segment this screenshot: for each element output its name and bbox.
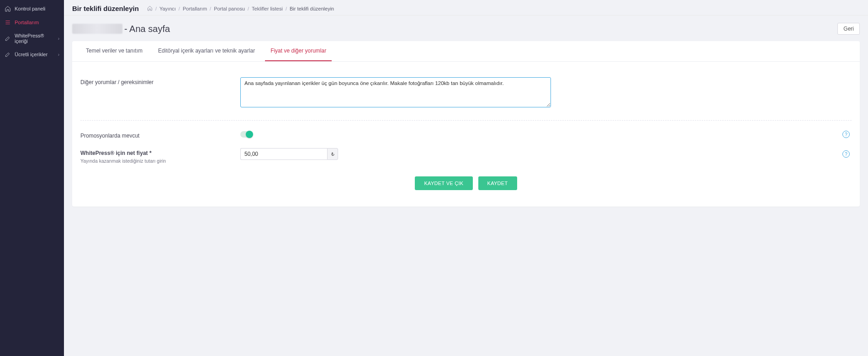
help-icon[interactable]: ? (842, 150, 850, 158)
breadcrumb-link[interactable]: Teklifler listesi (252, 6, 283, 11)
currency-suffix: ₺ (327, 148, 338, 160)
tabs: Temel veriler ve tanıtım Editöryal içeri… (72, 41, 860, 62)
form-panel: Temel veriler ve tanıtım Editöryal içeri… (72, 41, 860, 207)
divider (80, 120, 852, 121)
sidebar-item-label: WhitePress® içeriği (15, 33, 54, 44)
sidebar: Kontrol paneli Portallarım WhitePress® i… (0, 0, 64, 356)
promo-toggle[interactable] (240, 131, 252, 138)
breadcrumb: / Yayıncı / Portallarım / Portal panosu … (147, 5, 334, 12)
home-icon[interactable] (147, 5, 153, 12)
chevron-right-icon: › (58, 52, 59, 57)
comments-label: Diğer yorumlar / gereksinimler (80, 77, 240, 85)
sidebar-item-label: Ücretli içerikler (15, 52, 48, 57)
edit-icon (5, 51, 11, 58)
topbar: Bir teklifi düzenleyin / Yayıncı / Porta… (64, 0, 868, 16)
sidebar-item-dashboard[interactable]: Kontrol paneli (0, 2, 64, 16)
sidebar-item-portals[interactable]: Portallarım (0, 16, 64, 29)
breadcrumb-link[interactable]: Yayıncı (159, 6, 176, 11)
page-title: Bir teklifi düzenleyin (72, 5, 139, 12)
site-title-suffix: - Ana sayfa (124, 24, 170, 34)
list-icon (5, 19, 11, 26)
chevron-right-icon: › (58, 36, 59, 41)
toggle-knob (246, 131, 253, 138)
back-button[interactable]: Geri (837, 23, 860, 35)
sidebar-item-label: Kontrol paneli (15, 6, 45, 11)
tab-price[interactable]: Fiyat ve diğer yorumlar (265, 41, 332, 61)
promo-label: Promosyonlarda mevcut (80, 131, 240, 139)
sidebar-item-label: Portallarım (15, 20, 39, 25)
breadcrumb-link[interactable]: Portal panosu (214, 6, 245, 11)
help-icon[interactable]: ? (842, 131, 850, 138)
comments-textarea[interactable] (240, 77, 551, 107)
sidebar-item-paid-content[interactable]: Ücretli içerikler › (0, 48, 64, 61)
save-button[interactable]: KAYDET (478, 176, 517, 190)
sidebar-item-whitepress-content[interactable]: WhitePress® içeriği › (0, 29, 64, 48)
breadcrumb-link[interactable]: Portallarım (183, 6, 207, 11)
price-input[interactable] (240, 148, 327, 160)
edit-icon (5, 35, 11, 42)
tab-basic[interactable]: Temel veriler ve tanıtım (80, 41, 148, 61)
tab-editorial[interactable]: Editöryal içerik ayarları ve teknik ayar… (153, 41, 260, 61)
save-exit-button[interactable]: KAYDET VE ÇIK (415, 176, 472, 190)
redacted-site-name (72, 24, 122, 34)
site-title: - Ana sayfa (72, 24, 170, 34)
price-hint: Yayında kazanmak istediğiniz tutarı giri… (80, 158, 240, 164)
home-icon (5, 5, 11, 12)
breadcrumb-current: Bir teklifi düzenleyin (290, 6, 334, 11)
price-label: WhitePress® için net fiyat * (80, 150, 240, 156)
main-area: Bir teklifi düzenleyin / Yayıncı / Porta… (64, 0, 868, 356)
